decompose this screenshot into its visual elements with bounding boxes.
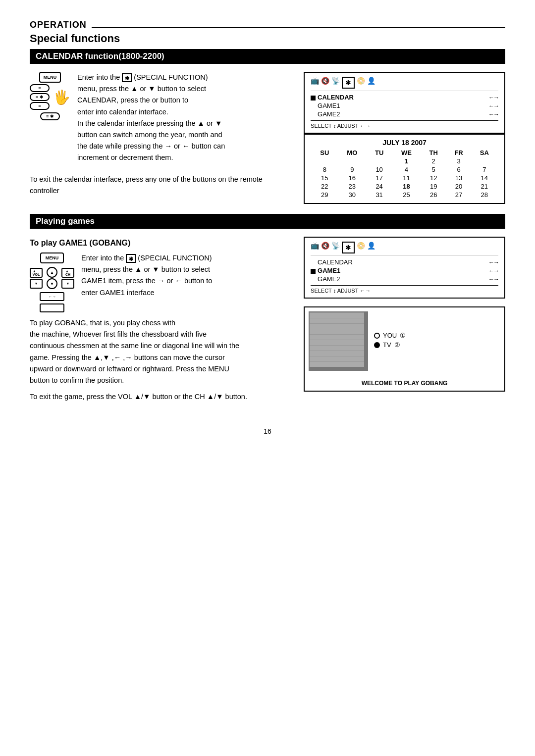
calendar-exit-text: To exit the calendar interface, press an…: [30, 174, 292, 197]
osd-row-calendar: CALENDAR ←→: [311, 93, 498, 101]
gobang-tv-row: TV ②: [374, 341, 406, 349]
remote-oval-3: ≡: [30, 102, 50, 110]
game-selected-marker: [311, 269, 316, 274]
ch-up-button: ▲CH: [61, 268, 74, 278]
arrow-up-btn: ▲: [47, 267, 57, 278]
operation-header: OPERATION: [30, 20, 505, 30]
calendar-display-box: JULY 18 2007 SU MO TU WE TH FR SA: [304, 134, 505, 204]
special-functions-title: Special functions: [30, 32, 505, 45]
col-tu: TU: [367, 149, 392, 157]
operation-title: OPERATION: [30, 20, 87, 30]
col-we: WE: [392, 149, 421, 157]
calendar-header-row: SU MO TU WE TH FR SA: [312, 149, 497, 157]
calendar-right-col: 📺 🔇 📡 ✱ 📀 👤 CALENDAR ←→ GAME1 ←→ GAME2 ←…: [304, 72, 505, 204]
game-instructions: MENU ▲VOL ▼ ▲ ▼: [30, 252, 292, 312]
osd-icon-mute: 🔇: [321, 77, 329, 89]
games-section-content: To play GAME1 (GOBANG) MENU ▲VOL ▼: [30, 237, 505, 407]
game-osd-row-game2: GAME2 ←→: [311, 275, 498, 283]
game-osd-icon-disc: 📀: [357, 242, 365, 253]
game-menu-button: MENU: [40, 252, 64, 263]
selected-marker: [311, 96, 316, 101]
osd-row-game2: GAME2 ←→: [311, 110, 498, 118]
calendar-osd-box: 📺 🔇 📡 ✱ 📀 👤 CALENDAR ←→ GAME1 ←→ GAME2 ←…: [304, 72, 505, 134]
col-su: SU: [312, 149, 337, 157]
arrow-down-btn: ▼: [47, 278, 57, 289]
osd-icon-disc: 📀: [357, 77, 365, 89]
tv-piece-icon: [374, 342, 380, 348]
calendar-instruction-text: Enter into the ✱ (SPECIAL FUNCTION) menu…: [77, 72, 292, 169]
game-osd-icon-tv: 📺: [311, 242, 319, 253]
game-exit-text: To exit the game, press the VOL ▲/▼ butt…: [30, 391, 292, 403]
gobang-inner: YOU ① TV ②: [309, 311, 406, 371]
game-special-icon: ✱: [126, 254, 136, 263]
vol-up-button: ▲VOL: [30, 268, 43, 278]
hand-icon: 🖐: [53, 89, 70, 105]
games-osd-box: 📺 🔇 📡 ✱ 📀 👤 CALENDAR ←→ GAME1 ←→ GAME2 ←…: [304, 237, 505, 299]
calendar-left-col: MENU ≡ ≡ ✱ ≡ 🖐 ≡ ✱ Enter into the ✱ (SPE…: [30, 72, 292, 204]
remote-oval-4: ≡ ✱: [40, 112, 60, 120]
osd-icon-user: 👤: [367, 77, 375, 89]
cal-row-1: 1 23: [312, 157, 497, 165]
calendar-date-title: JULY 18 2007: [312, 139, 497, 147]
game-para-1: Enter into the ✱ (SPECIAL FUNCTION) menu…: [81, 252, 292, 299]
game-osd-icon-mute: 🔇: [321, 242, 329, 253]
col-sa: SA: [472, 149, 497, 157]
game-instruction-text: Enter into the ✱ (SPECIAL FUNCTION) menu…: [81, 252, 292, 312]
gobang-display-box: YOU ① TV ② WELCOME TO PLAY GOBANG: [304, 306, 505, 392]
calendar-body: 1 23 8910 4567 151617 11121314 222324 18: [312, 157, 497, 199]
col-fr: FR: [446, 149, 472, 157]
menu-button: MENU: [39, 72, 61, 83]
game-osd-icon-signal: 📡: [331, 242, 340, 253]
osd-bottom-text: SELECT ↕ ADJUST ←→: [311, 123, 498, 129]
cal-row-4: 222324 18 192021: [312, 182, 497, 191]
you-piece-icon: [374, 333, 380, 339]
cal-row-5: 293031 25262728: [312, 191, 497, 199]
gobang-welcome-text: WELCOME TO PLAY GOBANG: [309, 380, 500, 387]
calendar-table: SU MO TU WE TH FR SA 1 23: [312, 149, 497, 199]
game-osd-bottom: SELECT ↕ ADJUST ←→: [311, 288, 498, 294]
gobang-description: To play GOBANG, that is, you play chess …: [30, 317, 292, 386]
game-osd-row-calendar: CALENDAR ←→: [311, 258, 498, 266]
remote-oval-1: ≡: [30, 84, 50, 92]
games-right-col: 📺 🔇 📡 ✱ 📀 👤 CALENDAR ←→ GAME1 ←→ GAME2 ←…: [304, 237, 505, 407]
remote-buttons-game: MENU ▲VOL ▼ ▲ ▼: [30, 252, 74, 312]
gobang-you-row: YOU ①: [374, 332, 406, 339]
osd-divider: [311, 120, 498, 121]
osd-row-game1: GAME1 ←→: [311, 101, 498, 110]
games-section-bar: Playing games: [30, 214, 505, 229]
calendar-instructions: MENU ≡ ≡ ✱ ≡ 🖐 ≡ ✱ Enter into the ✱ (SPE…: [30, 72, 292, 169]
osd-icon-special-highlighted: ✱: [342, 77, 355, 89]
osd-top-icons: 📺 🔇 📡 ✱ 📀 👤: [311, 77, 498, 91]
game-wide-btn: ←→: [40, 292, 64, 301]
col-mo: MO: [337, 149, 367, 157]
vol-down-button: ▼: [30, 279, 43, 289]
calendar-section-bar: CALENDAR function(1800-2200): [30, 49, 505, 64]
game-osd-top-icons: 📺 🔇 📡 ✱ 📀 👤: [311, 242, 498, 256]
page-number: 16: [30, 427, 505, 435]
gobang-subsection-title: To play GAME1 (GOBANG): [30, 239, 292, 248]
game-wide-btn2: [40, 303, 64, 312]
game-osd-row-game1: GAME1 ←→: [311, 266, 498, 275]
special-function-icon: ✱: [122, 73, 132, 82]
game-osd-icon-user: 👤: [367, 242, 375, 253]
gobang-legend: YOU ① TV ②: [374, 332, 406, 351]
games-left-col: To play GAME1 (GOBANG) MENU ▲VOL ▼: [30, 237, 292, 407]
col-th: TH: [421, 149, 446, 157]
cal-row-3: 151617 11121314: [312, 174, 497, 182]
game-osd-icon-special: ✱: [342, 242, 355, 253]
gobang-board: [309, 311, 368, 371]
game-osd-divider: [311, 285, 498, 286]
cal-row-2: 8910 4567: [312, 165, 497, 174]
operation-line: [92, 27, 505, 28]
remote-oval-2: ≡ ✱: [30, 93, 50, 101]
remote-buttons-calendar: MENU ≡ ≡ ✱ ≡ 🖐 ≡ ✱: [30, 72, 70, 169]
osd-icon-tv: 📺: [311, 77, 319, 89]
ch-down-button: ▼: [61, 279, 74, 289]
calendar-para-1: Enter into the ✱ (SPECIAL FUNCTION) menu…: [77, 72, 292, 164]
calendar-section-content: MENU ≡ ≡ ✱ ≡ 🖐 ≡ ✱ Enter into the ✱ (SPE…: [30, 72, 505, 204]
osd-icon-signal: 📡: [331, 77, 340, 89]
